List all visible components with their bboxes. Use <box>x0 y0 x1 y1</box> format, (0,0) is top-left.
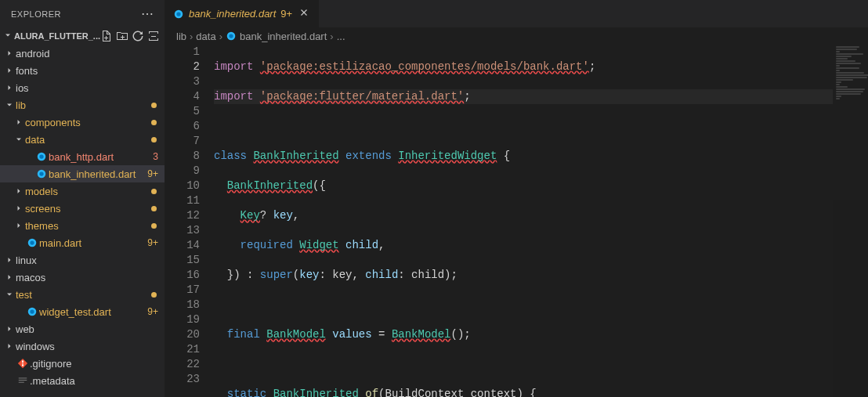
modified-dot-icon <box>151 292 157 298</box>
problem-badge: 9+ <box>147 168 158 179</box>
metadata-icon <box>16 375 30 386</box>
chevron-right-icon: › <box>190 31 193 42</box>
chevron-right-icon <box>3 255 16 265</box>
chevron-down-icon <box>13 135 25 144</box>
dart-file-icon <box>226 31 237 42</box>
chevron-right-icon <box>3 272 16 282</box>
problem-badge: 3 <box>153 151 158 162</box>
folder-item[interactable]: linux <box>0 251 165 269</box>
file-item[interactable]: main.dart9+ <box>0 234 165 251</box>
breadcrumb-file[interactable]: bank_inherited.dart <box>240 31 327 42</box>
minimap[interactable] <box>833 45 868 397</box>
svg-point-15 <box>176 12 180 16</box>
folder-item[interactable]: models <box>0 182 165 200</box>
item-label: bank_http.dart <box>49 151 153 163</box>
item-label: components <box>25 117 151 128</box>
project-name: ALURA_FLUTTER_... <box>14 31 100 41</box>
file-item[interactable]: .metadata <box>0 372 165 389</box>
chevron-right-icon <box>3 341 16 351</box>
item-label: data <box>25 134 151 146</box>
breadcrumb-more[interactable]: ... <box>337 31 345 42</box>
chevron-down-icon <box>3 100 16 110</box>
file-item[interactable]: .gitignore <box>0 355 165 372</box>
folder-item[interactable]: web <box>0 320 165 337</box>
project-header[interactable]: ALURA_FLUTTER_... <box>0 27 165 45</box>
chevron-right-icon <box>13 117 25 127</box>
dart-file-icon <box>173 9 184 20</box>
item-label: fonts <box>16 65 165 77</box>
breadcrumb-lib[interactable]: lib <box>176 31 186 42</box>
file-item[interactable]: widget_test.dart9+ <box>0 303 165 320</box>
chevron-right-icon: › <box>330 31 333 42</box>
folder-item[interactable]: fonts <box>0 62 165 79</box>
folder-item[interactable]: windows <box>0 337 165 355</box>
modified-dot-icon <box>151 189 157 194</box>
item-label: web <box>16 323 165 335</box>
dart-file-icon <box>25 306 39 317</box>
item-label: main.dart <box>39 237 147 249</box>
item-label: macos <box>16 272 165 283</box>
folder-item[interactable]: android <box>0 45 165 62</box>
refresh-icon[interactable] <box>132 30 144 42</box>
line-gutter: 123456 789101112 131415161718 1920212223 <box>165 45 214 397</box>
chevron-right-icon <box>13 221 25 230</box>
dart-file-icon <box>25 237 39 248</box>
chevron-right-icon <box>13 186 25 196</box>
folder-item[interactable]: screens <box>0 200 165 217</box>
svg-point-5 <box>30 240 34 244</box>
dart-file-icon <box>34 168 49 179</box>
item-label: themes <box>25 220 151 232</box>
breadcrumb[interactable]: lib › data › bank_inherited.dart › ... <box>165 27 868 45</box>
item-label: windows <box>16 341 165 352</box>
svg-point-17 <box>229 34 233 38</box>
svg-rect-10 <box>23 361 24 365</box>
item-label: test <box>16 289 151 301</box>
svg-rect-11 <box>19 378 27 379</box>
file-item[interactable]: bank_inherited.dart9+ <box>0 165 165 182</box>
svg-rect-13 <box>19 382 24 383</box>
more-icon[interactable]: ⋯ <box>141 6 154 21</box>
git-icon <box>16 358 30 369</box>
folder-item[interactable]: ios <box>0 79 165 96</box>
folder-item[interactable]: test <box>0 286 165 303</box>
tab-name: bank_inherited.dart <box>189 8 276 20</box>
item-label: ios <box>16 82 165 94</box>
chevron-right-icon <box>13 204 25 213</box>
file-item[interactable]: bank_http.dart3 <box>0 148 165 165</box>
folder-item[interactable]: macos <box>0 269 165 286</box>
file-tree: androidfontsioslibcomponentsdatabank_htt… <box>0 45 165 397</box>
svg-point-1 <box>39 154 43 158</box>
folder-item[interactable]: data <box>0 131 165 148</box>
modified-dot-icon <box>151 103 157 108</box>
chevron-down-icon <box>3 290 16 299</box>
chevron-right-icon <box>3 324 16 334</box>
problem-badge: 9+ <box>147 237 158 248</box>
tab-badge: 9+ <box>280 8 292 20</box>
item-label: lib <box>16 99 151 111</box>
item-label: screens <box>25 203 151 215</box>
item-label: .gitignore <box>30 358 165 370</box>
folder-item[interactable]: lib <box>0 96 165 114</box>
new-folder-icon[interactable] <box>116 30 128 42</box>
modified-dot-icon <box>151 120 157 125</box>
dart-file-icon <box>34 151 49 162</box>
tab-bank-inherited[interactable]: bank_inherited.dart 9+ <box>165 0 320 27</box>
item-label: bank_inherited.dart <box>49 168 147 180</box>
chevron-right-icon: › <box>219 31 222 42</box>
svg-point-7 <box>30 309 34 313</box>
explorer-header: EXPLORER ⋯ <box>0 0 165 27</box>
item-label: .metadata <box>30 375 165 387</box>
code-editor[interactable]: import 'package:estilizacao_componentes/… <box>214 45 833 397</box>
new-file-icon[interactable] <box>100 30 113 42</box>
chevron-right-icon <box>3 49 16 58</box>
modified-dot-icon <box>151 223 157 229</box>
problem-badge: 9+ <box>147 306 158 317</box>
close-icon[interactable] <box>297 5 311 22</box>
modified-dot-icon <box>151 206 157 211</box>
breadcrumb-data[interactable]: data <box>196 31 215 42</box>
folder-item[interactable]: themes <box>0 217 165 234</box>
collapse-icon[interactable] <box>147 30 160 42</box>
tabs-bar: bank_inherited.dart 9+ <box>165 0 868 27</box>
folder-item[interactable]: components <box>0 114 165 131</box>
svg-rect-12 <box>19 380 27 381</box>
